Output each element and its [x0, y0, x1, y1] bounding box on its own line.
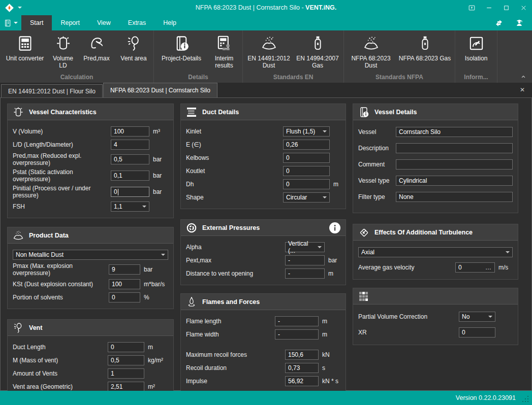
menu-tab-view[interactable]: View: [88, 15, 119, 30]
flame-icon: [185, 296, 198, 308]
panel-vent: Vent Duct Length m M (Mass of vent) kg/m…: [7, 319, 174, 398]
menu-tab-extras[interactable]: Extras: [119, 15, 154, 30]
pmax-input[interactable]: [109, 264, 140, 275]
qat-chevron-icon[interactable]: [18, 7, 22, 9]
vessel-type-input[interactable]: [396, 176, 513, 186]
field-row: V (Volume) m³: [13, 126, 168, 137]
minimize-icon: [485, 4, 493, 12]
tab-en14491-flour-silo[interactable]: EN 14491:2012 Dust | Flour Silo: [1, 84, 103, 97]
ribbon-button-unit-converter[interactable]: Unit converter: [2, 32, 48, 62]
ribbon-button-volume-ld[interactable]: Volume LD: [48, 32, 78, 70]
ribbon-button-nfpa68-gas[interactable]: NFPA 68:2023 Gas: [396, 32, 453, 62]
ribbon-collapse-button[interactable]: [520, 73, 527, 80]
flame-length-input[interactable]: [275, 316, 319, 326]
chevron-down-icon: [488, 316, 492, 318]
field-label: Koutlet: [186, 167, 283, 175]
vent-amount-input[interactable]: [108, 368, 144, 379]
ribbon-button-predmax[interactable]: Pred,max: [78, 32, 115, 62]
field-label: Description: [358, 145, 396, 152]
fsh-select[interactable]: 1,1: [111, 201, 149, 212]
kst-input[interactable]: [109, 279, 140, 289]
v-volume-input[interactable]: [111, 126, 149, 137]
academy-icon[interactable]: [515, 18, 524, 27]
kelbows-input[interactable]: [283, 153, 330, 163]
file-menu-button[interactable]: [0, 15, 21, 30]
shape-select[interactable]: Circular: [283, 192, 330, 203]
filter-type-input[interactable]: [396, 192, 513, 202]
field-row: FSH 1,1: [13, 201, 168, 212]
flame-width-input[interactable]: [275, 329, 319, 340]
solvents-input[interactable]: [109, 292, 140, 302]
impulse-input[interactable]: [285, 376, 319, 386]
unit-label: m: [322, 318, 340, 325]
ribbon-button-en14491-dust[interactable]: EN 14491:2012 Dust: [244, 32, 293, 70]
field-label: Dh: [186, 181, 283, 188]
ribbon-button-isolation[interactable]: Isolation: [457, 32, 495, 62]
ellipsis-button[interactable]: …: [485, 264, 492, 271]
chevron-down-icon: [506, 251, 510, 253]
pinitial-input[interactable]: 0: [111, 187, 149, 197]
panel-title: External Pressures: [202, 224, 260, 231]
distance-vent-input[interactable]: [285, 268, 325, 279]
maximize-button[interactable]: [497, 0, 515, 15]
vent-area-input[interactable]: [108, 382, 144, 392]
dh-input[interactable]: [283, 179, 330, 189]
ribbon-group-details: Project-Details Interim results Details: [154, 30, 243, 83]
field-row: Kelbows: [186, 152, 340, 163]
field-label: Portion of solvents: [13, 294, 109, 301]
ld-input[interactable]: [111, 140, 149, 150]
recoil-forces-input[interactable]: [285, 350, 319, 360]
ribbon-button-nfpa68-dust[interactable]: NFPA 68:2023 Dust: [346, 32, 396, 70]
field-row: XR: [358, 327, 513, 338]
xr-input[interactable]: [459, 327, 495, 338]
ribbon-button-en14994-gas[interactable]: EN 14994:2007 Gas: [293, 32, 342, 70]
ribbon-button-interim-results[interactable]: Interim results: [207, 32, 241, 70]
duct-length-input[interactable]: [108, 342, 144, 352]
predmax-input[interactable]: [111, 154, 149, 164]
pstat-input[interactable]: [111, 171, 149, 181]
panel-title: Vent: [29, 324, 42, 331]
field-row: Shape Circular: [186, 192, 340, 203]
info-icon[interactable]: [329, 222, 341, 234]
field-row: Duct Length m: [13, 342, 168, 353]
pextmax-input[interactable]: [285, 255, 325, 265]
field-row: Pmax (Max. explosion overpressure) bar: [13, 262, 168, 277]
unit-label: m: [328, 270, 340, 277]
book-info-icon: [358, 106, 370, 118]
tab-close-button[interactable]: ✕: [520, 87, 525, 93]
pin-window-button[interactable]: [463, 0, 480, 15]
e-input[interactable]: [283, 140, 330, 150]
version-label: Version 0.22.0.23091: [456, 394, 516, 401]
field-row: Partial Volume Correction No: [358, 311, 513, 322]
document-tabstrip: EN 14491:2012 Dust | Flour Silo NFPA 68:…: [0, 83, 532, 97]
alpha-select[interactable]: Vertical (...: [285, 242, 325, 252]
partial-volume-select[interactable]: No: [459, 312, 495, 322]
dust-type-select[interactable]: Non Metallic Dust: [13, 250, 168, 260]
menu-tab-help[interactable]: Help: [154, 15, 185, 30]
menu-tab-start[interactable]: Start: [21, 15, 52, 30]
menu-tab-report[interactable]: Report: [52, 15, 88, 30]
ribbon-button-project-details[interactable]: Project-Details: [155, 32, 207, 62]
turbulence-mode-select[interactable]: Axial: [358, 247, 513, 257]
kinlet-select[interactable]: Flush (1,5): [283, 126, 330, 137]
connect-icon[interactable]: [494, 18, 504, 27]
field-label: Shape: [186, 194, 283, 201]
field-label: E (∈): [186, 141, 283, 148]
recoil-duration-input[interactable]: [285, 363, 319, 373]
description-input[interactable]: [396, 143, 513, 153]
field-row: Flame width m: [186, 329, 340, 340]
field-label: Pred,max (Reduced expl. overpressure): [13, 152, 111, 166]
vessel-input[interactable]: [396, 127, 513, 137]
close-button[interactable]: [515, 0, 532, 15]
koutlet-input[interactable]: [283, 166, 330, 176]
vent-mass-input[interactable]: [108, 355, 144, 365]
tab-nfpa68-cornstarch-silo[interactable]: NFPA 68:2023 Dust | Cornstarch Silo: [103, 83, 217, 97]
minimize-button[interactable]: [480, 0, 497, 15]
field-row: Pstat (Static activation overpressure) b…: [13, 168, 168, 183]
ribbon-button-vent-area[interactable]: Vent area: [115, 32, 152, 62]
avg-gas-velocity-input[interactable]: 0 …: [455, 262, 495, 273]
unit-label: m: [148, 344, 168, 351]
resize-grip[interactable]: [522, 396, 523, 397]
comment-input[interactable]: [396, 159, 513, 170]
ribbon-group-label: Standards NFPA: [346, 73, 453, 83]
